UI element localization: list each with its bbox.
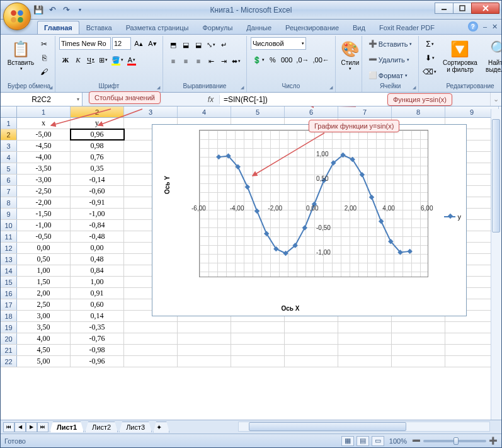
col-header[interactable]: 7 <box>338 106 392 117</box>
cell[interactable]: 0,60 <box>71 299 124 310</box>
cell[interactable]: 3,00 <box>17 311 71 321</box>
col-header[interactable]: 3 <box>124 106 178 117</box>
cell[interactable] <box>392 322 445 333</box>
row-header[interactable]: 9 <box>1 209 17 219</box>
cell[interactable]: 5,00 <box>17 356 71 367</box>
cell[interactable]: -0,60 <box>71 186 124 197</box>
align-left-icon[interactable]: ≡ <box>167 55 180 67</box>
zoom-in-icon[interactable]: ➕ <box>489 437 498 445</box>
row-header[interactable]: 7 <box>1 186 17 197</box>
row-header[interactable]: 20 <box>1 333 17 344</box>
cell[interactable]: 3,50 <box>17 322 71 333</box>
cell[interactable]: 2,50 <box>17 299 71 310</box>
row-header[interactable]: 12 <box>1 243 17 253</box>
cell[interactable]: 1,00 <box>17 265 71 276</box>
row-header[interactable]: 8 <box>1 197 17 208</box>
chart[interactable]: График функции y=sin(x) Ось Y -6,00-4,00… <box>152 124 467 316</box>
cell[interactable]: 0,96 <box>71 129 124 140</box>
cell[interactable]: -0,50 <box>17 231 71 242</box>
format-painter-icon[interactable]: 🖌 <box>37 65 51 78</box>
cell[interactable]: -4,00 <box>17 152 71 163</box>
tab-data[interactable]: Данные <box>239 21 278 34</box>
close-button[interactable] <box>471 3 499 14</box>
cell[interactable] <box>338 333 392 344</box>
cell[interactable]: -0,76 <box>71 333 124 344</box>
cell[interactable]: -1,50 <box>17 209 71 219</box>
group-font-label[interactable]: Шрифт <box>59 82 159 91</box>
row-header[interactable]: 13 <box>1 254 17 265</box>
sheet-tab-1[interactable]: Лист1 <box>50 422 84 432</box>
row-header[interactable]: 6 <box>1 175 17 185</box>
row-header[interactable]: 4 <box>1 152 17 163</box>
font-color-icon[interactable]: A▾ <box>125 54 138 66</box>
cell[interactable]: 0,84 <box>71 265 124 276</box>
group-editing-label[interactable]: Редактирование <box>423 82 502 91</box>
cell[interactable]: 0,35 <box>71 163 124 174</box>
cell[interactable] <box>124 333 178 344</box>
wrap-text-icon[interactable]: ↵ <box>217 38 230 51</box>
cell[interactable]: 0,50 <box>17 254 71 265</box>
row-header[interactable]: 21 <box>1 345 17 355</box>
cell[interactable] <box>392 333 445 344</box>
bold-button[interactable]: Ж <box>59 54 72 66</box>
cell[interactable] <box>338 322 392 333</box>
cell[interactable] <box>285 333 338 344</box>
horizontal-scrollbar[interactable] <box>238 422 490 432</box>
cell[interactable]: -5,00 <box>17 129 71 140</box>
view-break-icon[interactable]: ▭ <box>372 436 384 446</box>
shrink-font-icon[interactable]: A▾ <box>146 37 159 50</box>
cell[interactable]: -2,50 <box>17 186 71 197</box>
office-button[interactable] <box>3 3 31 30</box>
cell[interactable] <box>124 356 178 367</box>
row-header[interactable]: 16 <box>1 288 17 299</box>
cell[interactable] <box>285 345 338 355</box>
tab-view[interactable]: Вид <box>346 21 372 34</box>
comma-icon[interactable]: 000 <box>279 54 294 66</box>
doc-close-icon[interactable]: ✕ <box>492 23 498 31</box>
accounting-icon[interactable]: 💲▾ <box>251 54 266 66</box>
cell[interactable]: -3,00 <box>17 175 71 185</box>
cell[interactable]: 4,50 <box>17 345 71 355</box>
cell[interactable]: -2,00 <box>17 197 71 208</box>
cut-icon[interactable]: ✂ <box>37 37 51 50</box>
fill-color-icon[interactable]: 🪣▾ <box>110 54 125 66</box>
cell[interactable]: 0,91 <box>71 288 124 299</box>
cell[interactable] <box>124 322 178 333</box>
fill-icon[interactable]: ⬇▾ <box>423 51 436 64</box>
cell[interactable] <box>231 345 285 355</box>
cell[interactable]: 0,98 <box>71 141 124 151</box>
align-middle-icon[interactable]: ⬓ <box>180 38 192 51</box>
minimize-button[interactable] <box>435 3 454 14</box>
sheet-nav-last-icon[interactable]: ⏭ <box>37 422 48 432</box>
col-header[interactable]: 5 <box>231 106 285 117</box>
formula-expand-icon[interactable]: ⌄ <box>490 93 501 106</box>
tab-review[interactable]: Рецензирование <box>278 21 346 34</box>
cell[interactable]: -3,50 <box>17 163 71 174</box>
cell[interactable] <box>178 356 231 367</box>
col-header[interactable]: 4 <box>178 106 231 117</box>
cell[interactable] <box>178 333 231 344</box>
cell[interactable]: 0,48 <box>71 254 124 265</box>
row-header[interactable]: 22 <box>1 356 17 367</box>
row-header[interactable]: 15 <box>1 277 17 287</box>
cell[interactable]: -1,00 <box>71 209 124 219</box>
row-header[interactable]: 1 <box>1 118 17 129</box>
styles-button[interactable]: 🎨 Стили ▾ <box>339 37 361 79</box>
cell[interactable]: 4,00 <box>17 333 71 344</box>
inc-decimal-icon[interactable]: ,0→ <box>294 54 311 66</box>
align-right-icon[interactable]: ≡ <box>192 55 205 67</box>
cell[interactable]: -0,84 <box>71 220 124 231</box>
indent-dec-icon[interactable]: ⇤ <box>205 55 217 67</box>
zoom-percent[interactable]: 100% <box>389 437 407 445</box>
row-header[interactable]: 17 <box>1 299 17 310</box>
number-format-select[interactable]: Числовой▾ <box>251 37 306 50</box>
find-select-button[interactable]: 🔍 Найти и выделить <box>482 37 502 79</box>
row-header[interactable]: 2 <box>1 129 17 140</box>
border-icon[interactable]: ⊞▾ <box>97 54 110 66</box>
cell[interactable]: y <box>71 118 124 129</box>
cell[interactable] <box>338 356 392 367</box>
cell[interactable]: -0,91 <box>71 197 124 208</box>
cell[interactable] <box>231 356 285 367</box>
qat-dropdown-icon[interactable]: ▾ <box>74 4 86 16</box>
select-all-corner[interactable] <box>1 106 17 117</box>
